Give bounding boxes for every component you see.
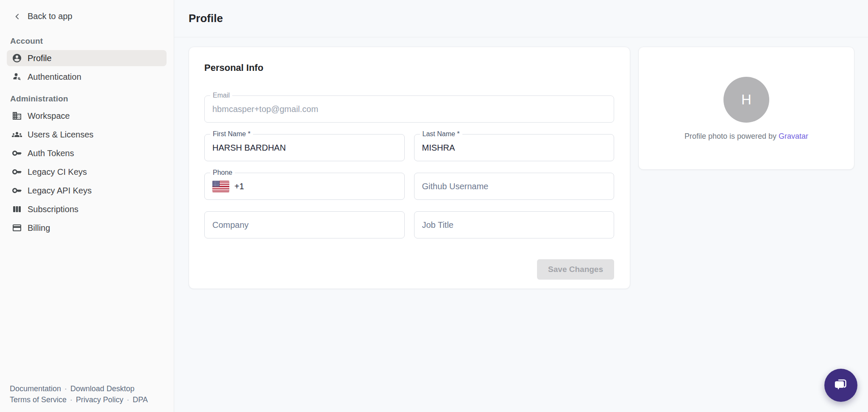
- us-flag-icon[interactable]: [212, 181, 229, 192]
- footer-row-2: Terms of Service·Privacy Policy·DPA: [10, 394, 148, 405]
- gravatar-link[interactable]: Gravatar: [779, 132, 808, 140]
- sidebar-item-label: Auth Tokens: [28, 149, 74, 158]
- building-icon: [12, 111, 22, 121]
- personal-info-form: Email First Name * Last Name * Phone +1: [204, 95, 614, 238]
- phone-input[interactable]: [244, 173, 404, 199]
- content: Personal Info Email First Name * Last Na…: [174, 37, 868, 289]
- sidebar-item-label: Profile: [28, 53, 52, 63]
- chevron-left-icon: [13, 12, 22, 21]
- groups-icon: [12, 129, 22, 140]
- sidebar-item-billing[interactable]: Billing: [7, 220, 167, 236]
- footer-separator: ·: [127, 395, 129, 404]
- section-label-administration: Administration: [10, 94, 164, 104]
- form-actions: Save Changes: [204, 259, 614, 280]
- main-area: Profile Personal Info Email First Name *…: [174, 0, 868, 412]
- sidebar-item-label: Billing: [28, 223, 50, 233]
- terms-of-service-link[interactable]: Terms of Service: [10, 395, 67, 404]
- back-to-app-button[interactable]: Back to app: [0, 0, 174, 21]
- page-title: Profile: [189, 12, 223, 25]
- first-name-field: First Name *: [204, 134, 405, 161]
- footer-separator: ·: [64, 384, 67, 393]
- last-name-input[interactable]: [415, 135, 614, 161]
- download-desktop-link[interactable]: Download Desktop: [70, 384, 134, 393]
- sidebar: Back to app Account Profile Authenticati…: [0, 0, 174, 412]
- sidebar-item-auth-tokens[interactable]: Auth Tokens: [7, 145, 167, 161]
- sidebar-item-label: Authentication: [28, 72, 81, 82]
- page-header: Profile: [174, 0, 868, 37]
- company-field: [204, 211, 405, 238]
- last-name-field: Last Name *: [414, 134, 615, 161]
- company-input[interactable]: [205, 212, 404, 238]
- gravatar-caption-text: Profile photo is powered by: [684, 132, 776, 140]
- save-changes-button[interactable]: Save Changes: [537, 259, 614, 280]
- avatar-initial: H: [741, 92, 751, 108]
- privacy-policy-link[interactable]: Privacy Policy: [76, 395, 123, 404]
- sidebar-item-label: Users & Licenses: [28, 130, 94, 140]
- personal-info-card: Personal Info Email First Name * Last Na…: [189, 47, 630, 289]
- sidebar-item-workspace[interactable]: Workspace: [7, 108, 167, 124]
- footer-row-1: Documentation·Download Desktop: [10, 383, 148, 394]
- footer-separator: ·: [70, 395, 72, 404]
- back-to-app-label: Back to app: [28, 11, 72, 21]
- sidebar-item-legacy-api-keys[interactable]: Legacy API Keys: [7, 182, 167, 199]
- columns-icon: [12, 204, 22, 214]
- section-label-account: Account: [10, 36, 164, 46]
- email-field: Email: [204, 95, 614, 123]
- gravatar-card: H Profile photo is powered byGravatar: [638, 47, 854, 170]
- key-icon: [12, 148, 22, 158]
- person-key-icon: [12, 72, 22, 82]
- key-icon: [12, 167, 22, 177]
- sidebar-footer: Documentation·Download Desktop Terms of …: [10, 383, 148, 405]
- sidebar-item-label: Legacy API Keys: [28, 186, 92, 196]
- github-username-field: [414, 173, 615, 200]
- email-label: Email: [210, 92, 232, 99]
- sidebar-item-label: Subscriptions: [28, 205, 78, 214]
- key-icon: [12, 185, 22, 196]
- dial-code: +1: [234, 182, 244, 191]
- credit-card-icon: [12, 223, 22, 233]
- job-title-input[interactable]: [415, 212, 614, 238]
- first-name-input[interactable]: [205, 135, 404, 161]
- dpa-link[interactable]: DPA: [133, 395, 148, 404]
- job-title-field: [414, 211, 615, 238]
- sidebar-item-profile[interactable]: Profile: [7, 50, 167, 66]
- email-input[interactable]: [205, 96, 614, 122]
- sidebar-item-users-licenses[interactable]: Users & Licenses: [7, 126, 167, 143]
- personal-info-title: Personal Info: [204, 62, 614, 73]
- sidebar-item-label: Legacy CI Keys: [28, 167, 87, 177]
- chat-widget-button[interactable]: [824, 369, 857, 402]
- sidebar-item-label: Workspace: [28, 111, 70, 121]
- phone-label: Phone: [210, 169, 235, 177]
- first-name-label: First Name *: [210, 130, 253, 138]
- avatar: H: [723, 77, 769, 123]
- account-circle-icon: [12, 53, 22, 63]
- documentation-link[interactable]: Documentation: [10, 384, 61, 393]
- gravatar-caption: Profile photo is powered byGravatar: [684, 132, 808, 141]
- chat-bubble-icon: [832, 377, 849, 394]
- phone-field: Phone +1: [204, 173, 405, 200]
- last-name-label: Last Name *: [420, 130, 462, 138]
- sidebar-item-legacy-ci-keys[interactable]: Legacy CI Keys: [7, 164, 167, 180]
- github-username-input[interactable]: [415, 173, 614, 199]
- sidebar-item-subscriptions[interactable]: Subscriptions: [7, 201, 167, 217]
- sidebar-item-authentication[interactable]: Authentication: [7, 69, 167, 85]
